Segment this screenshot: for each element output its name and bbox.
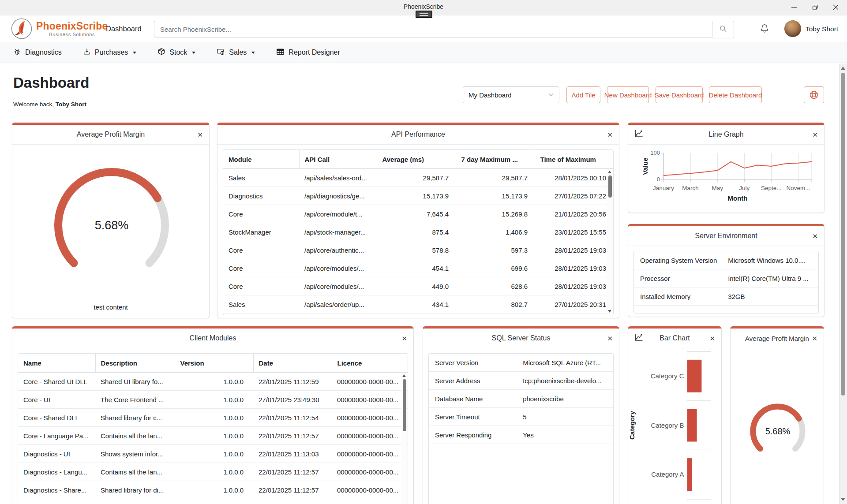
api-performance-table: ModuleAPI CallAverage (ms)7 day Maximum … <box>223 149 614 315</box>
table-row[interactable]: Core/api/core/authentic...578.8597.328/0… <box>223 241 613 259</box>
table-scrollbar-thumb[interactable] <box>608 175 612 198</box>
nav-item-stock[interactable]: Stock <box>157 48 195 57</box>
close-icon[interactable]: ✕ <box>709 335 715 342</box>
kv-value: phoenixscribe <box>523 395 613 403</box>
column-header[interactable]: API Call <box>299 150 377 169</box>
bar-chart: Category CCategory BCategory A050Categor… <box>628 349 721 504</box>
column-header[interactable]: Average (ms) <box>377 150 456 169</box>
category-label: Category C <box>651 372 684 380</box>
table-row[interactable]: Core/api/core/modules/...454.1699.628/01… <box>223 259 613 277</box>
close-icon[interactable] <box>828 0 843 15</box>
close-icon[interactable]: ✕ <box>812 233 818 239</box>
table-row[interactable]: Sales/api/sales/order/up...434.1802.727/… <box>223 295 613 314</box>
kv-row: ProcessorIntel(R) Core(TM) Ultra 9 ... <box>634 269 818 287</box>
table-row[interactable]: Diagnostics - Langu...Contains all the l… <box>18 463 408 481</box>
cash-coin-icon: $ <box>217 48 225 57</box>
column-header[interactable]: Name <box>18 354 95 373</box>
tile-header: Bar Chart ✕ <box>628 329 721 348</box>
cell: 21/01/2025 20:56 <box>535 205 613 223</box>
scroll-up-icon[interactable] <box>841 67 845 70</box>
cell: Sales <box>223 169 299 187</box>
table-header-row: NameDescriptionVersionDateLicence <box>18 354 408 373</box>
search-input[interactable] <box>154 21 712 37</box>
table-scrollbar-thumb[interactable] <box>403 379 406 431</box>
globe-button[interactable] <box>804 86 824 103</box>
table-row[interactable]: Sales/api/sales/sales-ord...29,587.729,5… <box>223 169 613 187</box>
profit-gauge-chart: 5.68% <box>731 348 824 498</box>
page-scrollbar[interactable] <box>839 63 847 504</box>
chevron-down-icon <box>251 52 255 54</box>
column-header[interactable]: Time of Maximum <box>535 150 613 169</box>
tile-header: Average Profit Margin ✕ <box>731 329 824 348</box>
restore-icon[interactable] <box>807 0 823 15</box>
cell: 15,269.8 <box>456 205 535 223</box>
close-icon[interactable]: ✕ <box>812 131 818 138</box>
app-header: PhoenixScribe Business Solutions Dashboa… <box>0 15 847 42</box>
sql-server-status-table: Server VersionMicrosoft SQL Azure (RT...… <box>428 353 614 504</box>
column-header[interactable]: Module <box>223 150 299 169</box>
tile-line-graph: Line Graph ✕ 1000JanuaryMarchMayJulySept… <box>628 123 825 213</box>
graph-up-icon <box>633 129 644 140</box>
cell: 875.4 <box>377 223 456 241</box>
table-row[interactable]: Core/api/core/module/t...7,645.415,269.8… <box>223 205 613 223</box>
tile-title: API Performance <box>391 131 445 138</box>
table-row[interactable]: Diagnostics - UIShows system infor...1.0… <box>18 445 408 463</box>
kv-label: Server Responding <box>429 431 523 439</box>
new-dashboard-button[interactable]: New Dashboard <box>607 86 649 103</box>
delete-dashboard-button[interactable]: Delete Dashboard <box>709 86 762 103</box>
cell: 00000000-0000-00... <box>332 481 408 499</box>
scroll-up-icon[interactable] <box>608 171 611 173</box>
user-name[interactable]: Toby Short <box>806 15 838 42</box>
bar <box>687 409 697 442</box>
table-row[interactable]: Core - Shared UI DLLShared UI library fo… <box>18 373 408 391</box>
close-icon[interactable]: ✕ <box>607 131 613 138</box>
page-scrollbar-thumb[interactable] <box>841 73 845 396</box>
nav-item-purchases[interactable]: Purchases <box>83 48 137 57</box>
scroll-down-icon[interactable] <box>608 310 611 313</box>
nav-item-report-designer[interactable]: Report Designer <box>276 48 340 57</box>
search-button[interactable] <box>712 21 734 38</box>
close-icon[interactable]: ✕ <box>401 335 407 342</box>
window-drag-handle[interactable] <box>416 11 432 18</box>
column-header[interactable]: Licence <box>332 354 408 373</box>
download-tray-icon <box>83 48 91 57</box>
close-icon[interactable]: ✕ <box>607 335 613 342</box>
cell: 1.0.0.0 <box>175 445 253 463</box>
table-scrollbar[interactable] <box>607 169 613 314</box>
table-row[interactable]: Diagnostics/api/diagnostics/ge...15,173.… <box>223 187 613 205</box>
tile-title: Line Graph <box>708 131 743 138</box>
kv-value: tcp:phoenixscribe-develo... <box>523 377 613 385</box>
column-header[interactable]: Date <box>253 354 332 373</box>
user-avatar[interactable] <box>784 20 801 37</box>
window-title: PhoenixScribe <box>0 3 847 10</box>
table-row[interactable]: Core - UIThe Core Frontend ...1.0.0.027/… <box>18 391 408 409</box>
add-tile-button[interactable]: Add Tile <box>566 86 600 103</box>
close-icon[interactable]: ✕ <box>812 335 817 342</box>
table-scrollbar[interactable] <box>401 373 407 504</box>
table-row[interactable]: Core/api/core/modules/...449.0628.628/01… <box>223 277 613 295</box>
dashboard-select[interactable]: My Dashboard <box>463 86 559 103</box>
save-dashboard-button[interactable]: Save Dashboard <box>656 86 703 103</box>
table-row[interactable]: EPOS - UIEPOS Application1.0.0.022/01/20… <box>18 499 408 504</box>
table-row[interactable]: Core - Shared DLLShared library for c...… <box>18 409 408 427</box>
category-label: Category B <box>651 422 684 429</box>
table-row[interactable]: StockManager/api/stock-manager...875.41,… <box>223 223 613 241</box>
nav-item-diagnostics[interactable]: Diagnostics <box>13 48 62 57</box>
scroll-down-icon[interactable] <box>841 498 845 501</box>
tile-title: Bar Chart <box>660 334 690 342</box>
cell: 22/01/2025 11:12:57 <box>253 427 332 445</box>
table-row[interactable]: Diagnostics - Share...Shared library for… <box>18 481 408 499</box>
minimize-icon[interactable] <box>786 0 802 15</box>
column-header[interactable]: Version <box>175 354 253 373</box>
module-navbar: Diagnostics Purchases Stock <box>0 42 847 63</box>
cell: Shared library for c... <box>95 409 175 427</box>
column-header[interactable]: Description <box>95 354 175 373</box>
table-row[interactable]: Core - Language Pa...Contains all the la… <box>18 427 408 445</box>
scroll-up-icon[interactable] <box>402 374 406 377</box>
column-header[interactable]: 7 day Maximum ... <box>456 150 535 169</box>
notifications-bell-icon[interactable] <box>760 24 769 36</box>
nav-item-sales[interactable]: $ Sales <box>217 48 255 57</box>
header-dashboard-link[interactable]: Dashboard <box>106 15 142 42</box>
tile-client-modules: Client Modules ✕ NameDescriptionVersionD… <box>12 326 414 504</box>
close-icon[interactable]: ✕ <box>197 131 203 138</box>
